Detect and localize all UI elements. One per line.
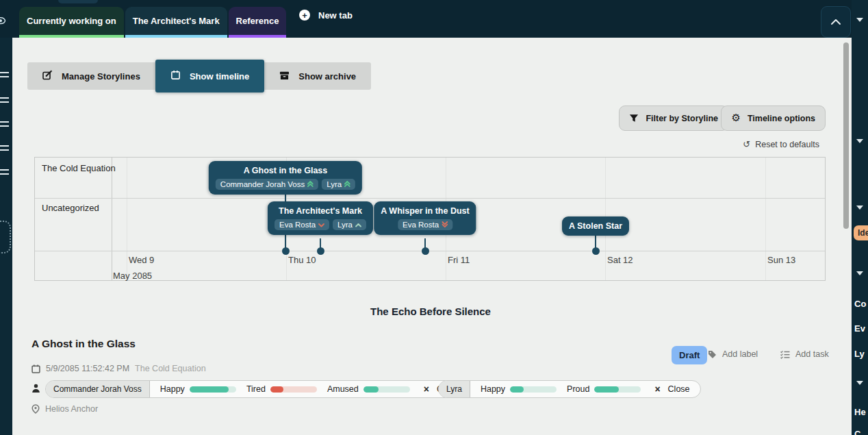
character-tag-eva-rosta[interactable]: Eva Rosta	[398, 219, 452, 230]
add-label-button[interactable]: Add label	[708, 349, 758, 359]
character-tag-lyra[interactable]: Lyra	[333, 219, 366, 230]
mood-meter-fill	[510, 386, 524, 393]
button-label: Show archive	[298, 71, 356, 82]
chapter-title: The Echo Before Silence	[12, 306, 849, 317]
character-name[interactable]: Commander Jorah Voss	[46, 381, 150, 397]
left-collapsed-panel[interactable]	[0, 38, 12, 435]
event-character-tags: Commander Jorah VossLyra	[216, 179, 355, 190]
character-tag-name: Eva Rosta	[403, 221, 439, 229]
trend-up-icon	[307, 181, 314, 188]
axis-day-label: Wed 9	[129, 255, 154, 265]
manage-storylines-button[interactable]: Manage Storylines	[27, 62, 155, 90]
character-pill-commander-jorah-voss[interactable]: Commander Jorah VossHappyTiredAmused×Clo…	[45, 380, 470, 398]
drag-handle-icon	[0, 169, 9, 175]
scene-meta-row: 5/9/2085 11:52:42 PM The Cold Equation	[31, 364, 206, 373]
character-tag-name: Commander Jorah Voss	[220, 180, 305, 188]
trend-up-icon	[355, 223, 361, 227]
person-icon	[31, 384, 40, 396]
chevron-down-icon[interactable]	[856, 271, 863, 275]
mood-trend-icon	[318, 221, 324, 229]
event-axis-dot[interactable]	[422, 247, 429, 255]
mood-meter[interactable]	[363, 386, 410, 393]
chevron-down-icon[interactable]	[856, 18, 863, 22]
location-row[interactable]: Helios Anchor	[31, 404, 98, 414]
drag-handle-icon	[0, 121, 9, 127]
vertical-scrollbar[interactable]	[843, 42, 849, 229]
scene-datetime[interactable]: 5/9/2085 11:52:42 PM	[46, 364, 129, 373]
chevron-up-icon	[830, 18, 841, 25]
reset-to-defaults-button[interactable]: ↺ Reset to defaults	[743, 139, 819, 149]
sidebar-item-ev[interactable]: Ev	[854, 323, 865, 334]
event-axis-dot[interactable]	[282, 247, 290, 255]
tab-bar-tabs: Currently working onThe Architect's Mark…	[19, 7, 286, 38]
timeline-options-button[interactable]: ⚙ Timeline options	[721, 105, 826, 131]
view-switcher: Manage StorylinesShow timelineShow archi…	[27, 62, 371, 90]
sidebar-item-he[interactable]: He	[854, 407, 866, 417]
mood-meter[interactable]	[594, 386, 641, 393]
mood-happy: Happy	[160, 384, 236, 394]
mood-label: Tired	[246, 384, 266, 394]
eye-icon[interactable]	[0, 16, 6, 28]
mood-meter[interactable]	[190, 386, 236, 393]
close-character-button[interactable]: ×Close	[654, 384, 689, 394]
mood-label: Proud	[567, 384, 589, 394]
mood-tired: Tired	[246, 384, 317, 394]
mood-happy: Happy	[481, 384, 557, 394]
button-label: Show timeline	[190, 71, 249, 82]
event-card-a-stolen-star[interactable]: A Stolen Star	[562, 216, 629, 236]
character-tag-lyra[interactable]: Lyra	[322, 179, 355, 190]
window-notch	[58, 0, 98, 3]
new-tab-button[interactable]: + New tab	[299, 10, 353, 21]
scene-storyline[interactable]: The Cold Equation	[135, 364, 206, 373]
new-tab-label: New tab	[318, 10, 353, 21]
task-list-icon	[780, 350, 790, 359]
event-card-a-ghost-in-the-glass[interactable]: A Ghost in the GlassCommander Jorah Voss…	[209, 161, 362, 195]
axis-day-label: Sat 12	[607, 255, 633, 265]
row-divider	[35, 198, 825, 199]
tab-the-architect-s-mark[interactable]: The Architect's Mark	[125, 7, 227, 38]
close-label: Close	[668, 384, 690, 394]
app-window: Currently working onThe Architect's Mark…	[0, 0, 868, 435]
character-tag-commander-jorah-voss[interactable]: Commander Jorah Voss	[216, 179, 318, 190]
character-tag-eva-rosta[interactable]: Eva Rosta	[275, 219, 329, 230]
character-tag-name: Eva Rosta	[279, 221, 316, 229]
plus-icon: +	[299, 10, 310, 21]
row-divider	[35, 251, 825, 251]
calendar-icon	[170, 70, 181, 82]
event-title: A Stolen Star	[569, 221, 622, 231]
event-axis-dot[interactable]	[592, 247, 600, 255]
chevron-down-icon[interactable]	[856, 206, 863, 210]
close-icon: ×	[424, 384, 429, 394]
chevron-down-icon[interactable]	[856, 381, 863, 385]
tag-icon	[708, 350, 717, 359]
show-timeline-button[interactable]: Show timeline	[155, 60, 264, 92]
tab-currently-working-on[interactable]: Currently working on	[19, 7, 124, 38]
mood-trend-icon	[355, 221, 361, 229]
close-icon: ×	[654, 384, 660, 394]
character-pill-lyra[interactable]: LyraHappyProud×Close	[438, 380, 701, 398]
drag-handle-icon	[0, 72, 9, 77]
scene-title[interactable]: A Ghost in the Glass	[31, 338, 136, 350]
status-badge[interactable]: Draft	[672, 346, 707, 364]
idea-badge[interactable]: Ide	[854, 225, 868, 240]
day-gridline	[127, 158, 127, 280]
add-task-button[interactable]: Add task	[780, 349, 829, 359]
character-name[interactable]: Lyra	[439, 381, 470, 397]
event-card-the-architect-s-mark[interactable]: The Architect's MarkEva RostaLyra	[268, 201, 373, 235]
selection-outline	[0, 221, 11, 253]
show-archive-button[interactable]: Show archive	[264, 62, 371, 90]
mood-label: Happy	[481, 384, 505, 394]
mood-meter[interactable]	[270, 386, 317, 393]
chevron-down-icon[interactable]	[856, 139, 863, 143]
sidebar-item-ly[interactable]: Ly	[854, 349, 865, 359]
event-character-tags: Eva Rosta	[381, 219, 469, 230]
filter-by-storyline-button[interactable]: Filter by Storyline	[619, 105, 728, 131]
collapse-tabs-button[interactable]	[821, 6, 851, 38]
event-axis-dot[interactable]	[317, 247, 324, 255]
event-card-a-whisper-in-the-dust[interactable]: A Whisper in the DustEva Rosta	[374, 201, 476, 235]
mood-meter[interactable]	[510, 386, 557, 393]
tab-reference[interactable]: Reference	[229, 7, 287, 38]
sidebar-item-co[interactable]: Co	[854, 299, 866, 309]
sidebar-item-c[interactable]: C	[854, 429, 860, 435]
right-collapsed-sidebar[interactable]: IdeCoEvLyHeC	[852, 0, 868, 435]
